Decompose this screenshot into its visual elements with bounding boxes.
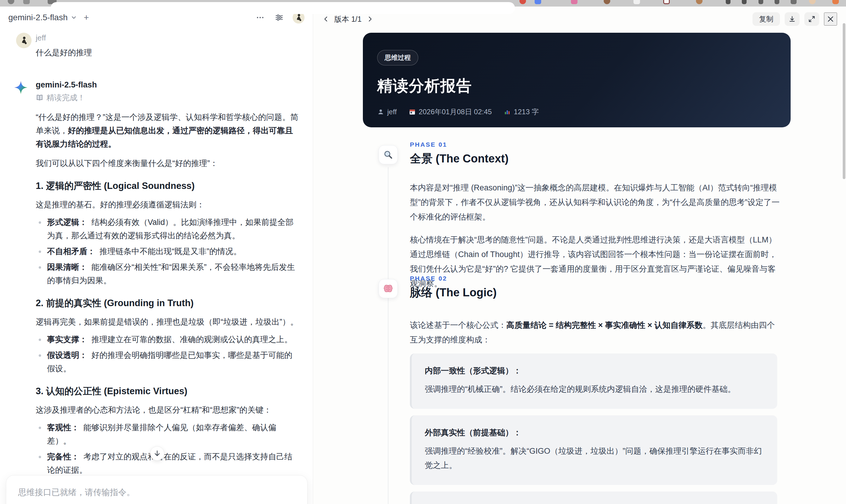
person-icon bbox=[377, 108, 384, 115]
ext-icon-glasses[interactable] bbox=[791, 0, 797, 4]
magnifier-icon bbox=[378, 145, 398, 164]
book-icon bbox=[36, 94, 43, 102]
ext-icon-dark4[interactable] bbox=[775, 0, 779, 4]
phase-2-label: PHASE 02 bbox=[410, 275, 782, 282]
assistant-status-text: 精读完成！ bbox=[47, 92, 85, 103]
user-message-text: 什么是好的推理 bbox=[36, 46, 300, 59]
phase-1-section: PHASE 01 全景 (The Context) 本内容是对“推理 (Reas… bbox=[410, 141, 782, 291]
document-scroll-area[interactable]: 思维过程 精读分析报告 jeff 2 bbox=[314, 32, 846, 504]
phase-1-title: 全景 (The Context) bbox=[410, 151, 782, 166]
arrow-down-icon bbox=[153, 450, 161, 457]
ext-icon-dark1[interactable] bbox=[726, 0, 730, 4]
section-intro-2: 逻辑再完美，如果前提是错误的，推理也是垃圾（即“垃圾进，垃圾出”）。 bbox=[36, 316, 300, 329]
ext-icon-maroon[interactable] bbox=[663, 0, 670, 4]
phase-2-intro: 该论述基于一个核心公式：高质量结论 = 结构完整性 × 事实准确性 × 认知自律… bbox=[410, 318, 782, 347]
logic-card-agent-ethics: 主体伦理（认识美德）： 转向推理者的心理特征。引入奥卡姆剃刀和反向论证，旨在克服… bbox=[410, 491, 777, 504]
ext-icon-blue[interactable] bbox=[535, 0, 541, 4]
close-button[interactable] bbox=[824, 13, 837, 25]
report-badge: 思维过程 bbox=[377, 50, 418, 66]
user-name: jeff bbox=[36, 32, 300, 42]
artifact-panel: 版本 1/1 复制 bbox=[314, 6, 846, 504]
browser-icon[interactable] bbox=[8, 0, 14, 4]
report-meta: jeff 2026年01月08日 02:45 121 bbox=[377, 107, 777, 116]
assistant-message: gemini-2.5-flash 精读完成！ “什么是好的推理？”这是一个涉及逻… bbox=[17, 79, 300, 504]
composer-input[interactable]: 思维接口已就绪，请传输指令。 bbox=[18, 487, 295, 498]
section-list-1: 形式逻辑：结构必须有效（Valid）。比如演绎推理中，如果前提全部为真，那么通过… bbox=[36, 216, 300, 287]
assistant-markdown: “什么是好的推理？”这是一个涉及逻辑学、认知科学和哲学核心的问题。简单来说，好的… bbox=[36, 111, 300, 504]
ext-icon-dark3[interactable] bbox=[758, 0, 763, 4]
report-date: 2026年01月08日 02:45 bbox=[409, 107, 492, 116]
phase-2-title: 脉络 (The Logic) bbox=[410, 285, 782, 300]
list-item: 假设透明：好的推理会明确指明哪些是已知事实，哪些是基于可能的假设。 bbox=[36, 349, 300, 376]
ext-icon-dark2[interactable] bbox=[742, 0, 746, 4]
composer: 思维接口已就绪，请传输指令。 bbox=[6, 475, 307, 504]
ext-icon-red[interactable] bbox=[519, 0, 526, 4]
copy-button[interactable]: 复制 bbox=[753, 12, 780, 26]
section-heading-3: 3. 认知的公正性 (Epistemic Virtues) bbox=[36, 385, 300, 397]
ext-icon-white[interactable] bbox=[633, 0, 640, 4]
dimensions-intro: 我们可以从以下四个维度来衡量什么是“好的推理”： bbox=[36, 157, 300, 170]
version-label: 版本 1/1 bbox=[334, 14, 362, 24]
list-item: 事实支撑：推理建立在可靠的数据、准确的观测或公认的真理之上。 bbox=[36, 333, 300, 346]
card-title: 外部真实性（前提基础）： bbox=[425, 427, 764, 438]
phase-2-section: PHASE 02 脉络 (The Logic) 该论述基于一个核心公式：高质量结… bbox=[410, 275, 782, 347]
version-next-button[interactable] bbox=[367, 16, 374, 23]
bar-chart-icon bbox=[504, 108, 511, 115]
chat-panel: gemini-2.5-flash + bbox=[0, 6, 313, 504]
list-item: 形式逻辑：结构必须有效（Valid）。比如演绎推理中，如果前提全部为真，那么通过… bbox=[36, 216, 300, 242]
user-avatar bbox=[16, 33, 32, 48]
ext-icon-orange[interactable] bbox=[832, 0, 839, 4]
section-heading-2: 2. 前提的真实性 (Grounding in Truth) bbox=[36, 297, 300, 309]
lead-paragraph: “什么是好的推理？”这是一个涉及逻辑学、认知科学和哲学核心的问题。简单来说，好的… bbox=[36, 111, 300, 151]
list-item: 客观性：能够识别并尽量排除个人偏见（如幸存者偏差、确认偏差）。 bbox=[36, 421, 300, 448]
list-item: 因果清晰：能准确区分“相关性”和“因果关系”，不会轻率地将先后发生的事情归为因果… bbox=[36, 260, 300, 287]
calendar-icon bbox=[409, 108, 416, 115]
version-prev-button[interactable] bbox=[322, 16, 330, 23]
report-title: 精读分析报告 bbox=[377, 76, 777, 96]
screen: gemini-2.5-flash + bbox=[0, 0, 846, 504]
app-window: gemini-2.5-flash + bbox=[0, 6, 846, 504]
download-button[interactable] bbox=[785, 12, 799, 26]
version-nav: 版本 1/1 bbox=[322, 14, 374, 24]
more-options-icon[interactable] bbox=[256, 13, 265, 22]
gemini-logo-icon bbox=[13, 80, 29, 95]
phase-1-label: PHASE 01 bbox=[410, 141, 782, 148]
timeline-rail bbox=[388, 167, 388, 504]
chevron-down-icon bbox=[71, 14, 77, 21]
browser-chrome bbox=[0, 0, 846, 6]
phase-1-paragraph-1: 本内容是对“推理 (Reasoning)”这一抽象概念的高层建模。在知识爆炸与人… bbox=[410, 181, 782, 224]
section-list-2: 事实支撑：推理建立在可靠的数据、准确的观测或公认的真理之上。 假设透明：好的推理… bbox=[36, 333, 300, 376]
report-author: jeff bbox=[377, 108, 397, 116]
scroll-to-bottom-button[interactable] bbox=[150, 446, 164, 461]
section-heading-1: 1. 逻辑的严密性 (Logical Soundness) bbox=[36, 180, 300, 192]
report-word-count: 1213 字 bbox=[504, 107, 539, 116]
expand-button[interactable] bbox=[804, 12, 819, 26]
logic-cards: 内部一致性（形式逻辑）： 强调推理的“机械正确”。结论必须在给定的规则系统内逻辑… bbox=[410, 354, 777, 504]
new-chat-button[interactable]: + bbox=[84, 13, 89, 23]
section-intro-3: 这涉及推理者的心态和方法论，也是区分“杠精”和“思想家”的关键： bbox=[36, 403, 300, 417]
assistant-name: gemini-2.5-flash bbox=[36, 79, 300, 90]
profile-avatar-icon[interactable] bbox=[809, 0, 816, 4]
chat-scroll-area[interactable]: jeff 什么是好的推理 gemini-2.5-flash bbox=[0, 29, 313, 504]
brain-icon bbox=[378, 279, 398, 298]
tune-icon[interactable] bbox=[275, 13, 284, 22]
list-item: 不自相矛盾：推理链条中不能出现“既是又非”的情况。 bbox=[36, 245, 300, 258]
browser-url-bar[interactable] bbox=[51, 2, 515, 14]
scrollbar-thumb[interactable] bbox=[843, 23, 845, 179]
card-body: 强调推理的“经验校准”。解决“GIGO（垃圾进，垃圾出）”问题，确保推理引擎运行… bbox=[425, 444, 764, 472]
ext-icon-pink[interactable] bbox=[571, 0, 578, 4]
logic-card-internal-consistency: 内部一致性（形式逻辑）： 强调推理的“机械正确”。结论必须在给定的规则系统内逻辑… bbox=[410, 354, 777, 409]
model-selector[interactable]: gemini-2.5-flash bbox=[8, 13, 77, 22]
ext-icon-tan[interactable] bbox=[696, 0, 703, 4]
section-intro-1: 这是推理的基石。好的推理必须遵循逻辑法则： bbox=[36, 198, 300, 212]
card-title: 内部一致性（形式逻辑）： bbox=[425, 365, 764, 376]
card-body: 强调推理的“机械正确”。结论必须在给定的规则系统内逻辑自洽，这是推理的硬件基础。 bbox=[425, 382, 764, 396]
logic-card-external-truth: 外部真实性（前提基础）： 强调推理的“经验校准”。解决“GIGO（垃圾进，垃圾出… bbox=[410, 415, 777, 485]
browser-grid-icon[interactable] bbox=[23, 0, 30, 4]
user-message: jeff 什么是好的推理 bbox=[17, 32, 300, 59]
assistant-status: 精读完成！ bbox=[36, 92, 300, 103]
list-item: 完备性：考虑了对立的观点和潜在的反证，而不是只选择支持自己结论的证据。 bbox=[36, 450, 300, 477]
ext-icon-brown[interactable] bbox=[604, 0, 610, 4]
model-title: gemini-2.5-flash bbox=[8, 13, 68, 22]
report-hero-card: 思维过程 精读分析报告 jeff 2 bbox=[363, 33, 791, 127]
